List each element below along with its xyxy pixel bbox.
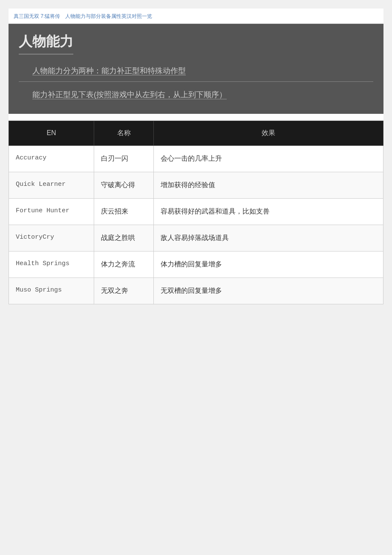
abilities-table: EN 名称 效果 Accuracy白刃一闪会心一击的几率上升Quick Lear… [9, 121, 383, 304]
intro-paragraph-2: 能力补正型见下表(按照游戏中从左到右，从上到下顺序） [32, 89, 373, 101]
table-row: Accuracy白刃一闪会心一击的几率上升 [9, 145, 383, 172]
page-container: 真三国无双 7:猛将传 人物能力与部分装备属性英汉对照一览 人物能力 人物能力分… [9, 9, 383, 304]
cell-name: 战庭之胜哄 [94, 225, 154, 251]
intro-text-1: 人物能力分为两种：能力补正型和特殊动作型 [32, 66, 186, 75]
page-title: 人物能力 [19, 32, 73, 55]
cell-en: VictoryCry [9, 225, 94, 251]
table-header-row: EN 名称 效果 [9, 121, 383, 145]
col-header-name: 名称 [94, 121, 154, 145]
table-row: Fortune Hunter庆云招来容易获得好的武器和道具，比如支兽 [9, 198, 383, 225]
cell-en: Muso Springs [9, 278, 94, 304]
cell-name: 白刃一闪 [94, 145, 154, 172]
cell-name: 无双之奔 [94, 278, 154, 304]
breadcrumb-bar: 真三国无双 7:猛将传 人物能力与部分装备属性英汉对照一览 [9, 9, 383, 24]
cell-en: Accuracy [9, 145, 94, 172]
cell-effect: 体力槽的回复量增多 [154, 251, 383, 278]
divider [19, 81, 373, 82]
cell-effect: 敌人容易掉落战场道具 [154, 225, 383, 251]
intro-text-2: 能力补正型见下表(按照游戏中从左到右，从上到下顺序） [32, 90, 227, 99]
cell-en: Health Springs [9, 251, 94, 278]
cell-effect: 无双槽的回复量增多 [154, 278, 383, 304]
cell-effect: 会心一击的几率上升 [154, 145, 383, 172]
table-wrapper: EN 名称 效果 Accuracy白刃一闪会心一击的几率上升Quick Lear… [9, 121, 383, 304]
cell-name: 守破离心得 [94, 172, 154, 198]
cell-effect: 容易获得好的武器和道具，比如支兽 [154, 198, 383, 225]
col-header-effect: 效果 [154, 121, 383, 145]
breadcrumb-link[interactable]: 真三国无双 7:猛将传 人物能力与部分装备属性英汉对照一览 [14, 13, 152, 19]
cell-name: 庆云招来 [94, 198, 154, 225]
col-header-en: EN [9, 121, 94, 145]
cell-effect: 增加获得的经验值 [154, 172, 383, 198]
table-row: VictoryCry战庭之胜哄敌人容易掉落战场道具 [9, 225, 383, 251]
table-row: Muso Springs无双之奔无双槽的回复量增多 [9, 278, 383, 304]
cell-name: 体力之奔流 [94, 251, 154, 278]
cell-en: Quick Learner [9, 172, 94, 198]
table-row: Quick Learner守破离心得增加获得的经验值 [9, 172, 383, 198]
table-row: Health Springs体力之奔流体力槽的回复量增多 [9, 251, 383, 278]
cell-en: Fortune Hunter [9, 198, 94, 225]
header-section: 人物能力 人物能力分为两种：能力补正型和特殊动作型 能力补正型见下表(按照游戏中… [9, 24, 383, 114]
intro-paragraph-1: 人物能力分为两种：能力补正型和特殊动作型 [32, 65, 373, 77]
